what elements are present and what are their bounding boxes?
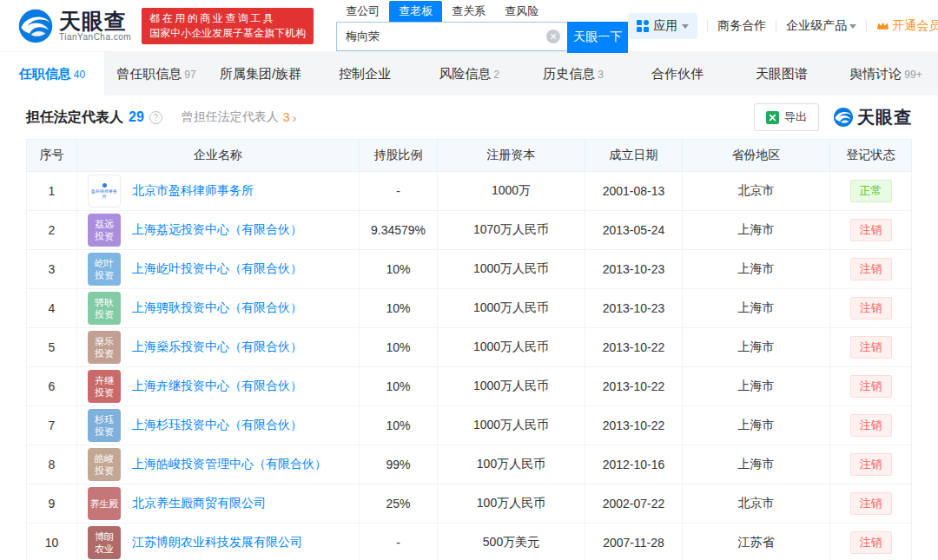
table-row: 7杉珏投资上海杉珏投资中心（有限合伙）10%1000万人民币2013-10-22… bbox=[27, 406, 912, 445]
nav-vip[interactable]: 开通会员 bbox=[876, 18, 938, 34]
profile-tab[interactable]: 任职信息40 bbox=[0, 52, 104, 96]
nav-business[interactable]: 商务合作 bbox=[717, 18, 766, 34]
status-cell: 注销 bbox=[830, 211, 912, 250]
section-title: 担任法定代表人 bbox=[26, 109, 123, 127]
shareholding-ratio: - bbox=[360, 172, 438, 211]
profile-tab[interactable]: 风险信息2 bbox=[417, 52, 521, 96]
established-date: 2001-08-13 bbox=[585, 172, 683, 211]
status-cell: 注销 bbox=[830, 289, 912, 328]
brand-logo[interactable]: 天眼查 TianYanCha.com bbox=[17, 8, 131, 44]
search-area: 查公司查老板查关系查风险 ✕ 天眼一下 bbox=[336, 0, 628, 53]
search-input[interactable] bbox=[336, 22, 567, 51]
logo-text: 投资 bbox=[95, 308, 114, 320]
company-logo[interactable]: 养生殿 bbox=[88, 487, 121, 520]
column-header: 企业名称 bbox=[77, 140, 360, 172]
profile-tab[interactable]: 所属集团/族群 bbox=[208, 52, 313, 96]
company-logo[interactable]: 燊乐投资 bbox=[88, 331, 121, 364]
top-header: 天眼查 TianYanCha.com 都在用的商业查询工具 国家中小企业发展子基… bbox=[0, 0, 938, 52]
table-row: 5燊乐投资上海燊乐投资中心（有限合伙）10%1000万人民币2013-10-22… bbox=[27, 328, 912, 367]
logo-text: 皓峻 bbox=[95, 452, 114, 464]
row-number: 2 bbox=[27, 211, 77, 250]
shareholding-ratio: 9.34579% bbox=[360, 211, 438, 250]
company-logo[interactable]: 荔远投资 bbox=[88, 214, 121, 247]
tab-label: 天眼图谱 bbox=[756, 66, 808, 82]
company-link[interactable]: 上海卉继投资中心（有限合伙） bbox=[132, 379, 302, 394]
search-type-tab[interactable]: 查老板 bbox=[389, 1, 442, 22]
established-date: 2007-11-28 bbox=[585, 524, 683, 560]
company-link[interactable]: 上海荔远投资中心（有限合伙） bbox=[132, 222, 302, 238]
province: 上海市 bbox=[683, 211, 830, 250]
chevron-right-icon: › bbox=[293, 110, 297, 125]
help-icon[interactable]: ? bbox=[149, 111, 162, 124]
shareholding-ratio: 10% bbox=[360, 406, 438, 445]
company-link[interactable]: 北京市盈科律师事务所 bbox=[132, 183, 254, 199]
row-number: 3 bbox=[27, 250, 77, 289]
company-link[interactable]: 上海皓峻投资管理中心（有限合伙） bbox=[132, 457, 327, 472]
registered-capital: 1000万人民币 bbox=[438, 289, 585, 328]
profile-tab[interactable]: 合作伙伴 bbox=[625, 52, 730, 96]
apps-menu[interactable]: 应用 bbox=[628, 13, 697, 39]
established-date: 2013-10-22 bbox=[585, 367, 683, 406]
export-label: 导出 bbox=[784, 109, 807, 125]
search-type-tab[interactable]: 查公司 bbox=[336, 1, 389, 22]
apps-label: 应用 bbox=[653, 18, 677, 34]
profile-tab[interactable]: 舆情讨论99+ bbox=[834, 52, 938, 96]
tab-label: 曾任职信息 bbox=[116, 66, 182, 82]
company-link[interactable]: 上海杉珏投资中心（有限合伙） bbox=[132, 418, 302, 433]
company-link[interactable]: 上海屹叶投资中心（有限合伙） bbox=[132, 261, 302, 277]
promo-badge: 都在用的商业查询工具 国家中小企业发展子基金旗下机构 bbox=[142, 8, 314, 44]
profile-tab[interactable]: 曾任职信息97 bbox=[104, 52, 208, 96]
company-link[interactable]: 北京养生殿商贸有限公司 bbox=[132, 496, 266, 511]
profile-tab[interactable]: 控制企业 bbox=[313, 52, 417, 96]
watermark-text: 天眼查 bbox=[857, 106, 912, 129]
status-cell: 注销 bbox=[830, 328, 912, 367]
company-logo[interactable]: 卉继投资 bbox=[88, 370, 121, 403]
legal-rep-table: 序号企业名称持股比例注册资本成立日期省份地区登记状态 1盈科律师事务所北京市盈科… bbox=[26, 139, 912, 560]
search-type-tab[interactable]: 查关系 bbox=[442, 1, 495, 22]
company-cell: 屹叶投资上海屹叶投资中心（有限合伙） bbox=[77, 250, 360, 289]
logo-text: 杉珏 bbox=[95, 413, 114, 425]
company-link[interactable]: 上海骋耿投资中心（有限合伙） bbox=[132, 300, 302, 316]
status-cell: 注销 bbox=[830, 250, 912, 289]
province: 北京市 bbox=[683, 172, 830, 211]
column-header: 序号 bbox=[27, 140, 77, 172]
table-row: 6卉继投资上海卉继投资中心（有限合伙）10%1000万人民币2013-10-22… bbox=[27, 367, 912, 406]
clear-search-icon[interactable]: ✕ bbox=[546, 30, 560, 43]
company-logo[interactable]: 屹叶投资 bbox=[88, 253, 121, 286]
province: 北京市 bbox=[683, 484, 830, 524]
search-button[interactable]: 天眼一下 bbox=[567, 22, 628, 53]
tab-label: 舆情讨论 bbox=[849, 66, 902, 82]
company-logo[interactable]: 盈科律师事务所 bbox=[88, 175, 121, 208]
column-header: 注册资本 bbox=[438, 140, 585, 172]
profile-tab[interactable]: 历史信息3 bbox=[521, 52, 625, 96]
search-type-tab[interactable]: 查风险 bbox=[495, 1, 548, 22]
established-date: 2002-07-22 bbox=[585, 484, 683, 524]
company-link[interactable]: 上海燊乐投资中心（有限合伙） bbox=[132, 339, 302, 355]
province: 江苏省 bbox=[683, 524, 830, 560]
province: 上海市 bbox=[683, 289, 830, 328]
registered-capital: 1000万人民币 bbox=[438, 328, 585, 367]
status-badge: 注销 bbox=[850, 492, 892, 515]
tianyancha-logo-icon bbox=[833, 107, 854, 128]
company-logo[interactable]: 博朗农业 bbox=[88, 526, 121, 559]
watermark-logo: 天眼查 bbox=[833, 106, 912, 129]
status-cell: 注销 bbox=[830, 406, 912, 445]
former-legal-rep-link[interactable]: 曾担任法定代表人 3 › bbox=[182, 109, 297, 125]
export-button[interactable]: 导出 bbox=[754, 103, 819, 131]
established-date: 2012-10-16 bbox=[585, 445, 683, 484]
row-number: 9 bbox=[27, 484, 77, 524]
company-cell: 博朗农业江苏博朗农业科技发展有限公司 bbox=[77, 524, 360, 560]
company-logo[interactable]: 骋耿投资 bbox=[88, 292, 121, 325]
province: 上海市 bbox=[683, 250, 830, 289]
status-badge: 注销 bbox=[850, 375, 892, 398]
status-badge: 注销 bbox=[850, 297, 892, 320]
table-row: 9养生殿北京养生殿商贸有限公司25%100万人民币2002-07-22北京市注销 bbox=[27, 484, 912, 524]
established-date: 2013-10-23 bbox=[585, 250, 683, 289]
status-cell: 注销 bbox=[830, 445, 912, 484]
nav-enterprise[interactable]: 企业级产品 bbox=[786, 18, 856, 34]
company-link[interactable]: 江苏博朗农业科技发展有限公司 bbox=[132, 535, 302, 550]
company-logo[interactable]: 皓峻投资 bbox=[88, 448, 121, 481]
brand-title: 天眼查 bbox=[59, 10, 131, 32]
profile-tab[interactable]: 天眼图谱 bbox=[730, 52, 834, 96]
company-logo[interactable]: 杉珏投资 bbox=[88, 409, 121, 442]
